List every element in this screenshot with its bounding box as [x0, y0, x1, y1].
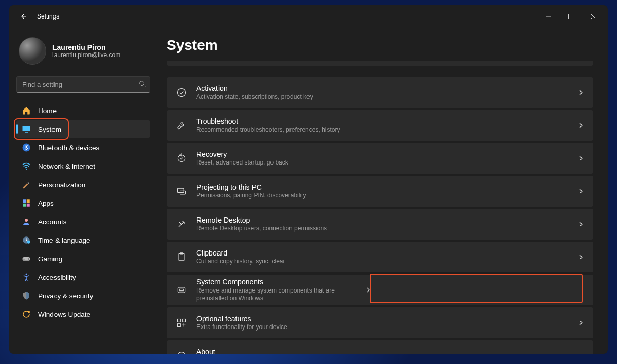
sidebar-item-bluetooth-devices[interactable]: Bluetooth & devices — [16, 139, 150, 156]
panel-title: Activation — [196, 84, 578, 93]
close-button[interactable] — [582, 9, 605, 24]
sidebar-item-privacy-security[interactable]: Privacy & security — [16, 287, 150, 304]
arrow-left-icon — [20, 12, 28, 21]
sidebar-item-network-internet[interactable]: Network & internet — [16, 157, 150, 175]
accessibility-icon — [22, 272, 31, 282]
chevron-right-icon — [578, 221, 584, 227]
panel-optional-features[interactable]: Optional featuresExtra functionality for… — [167, 307, 593, 338]
svg-point-10 — [25, 219, 28, 222]
app-title: Settings — [37, 13, 59, 20]
profile-block[interactable]: Laurentiu Piron laurentiu.piron@live.com — [16, 33, 150, 74]
panel-troubleshoot[interactable]: TroubleshootRecommended troubleshooters,… — [167, 110, 593, 141]
sidebar-item-personalization[interactable]: Personalization — [16, 176, 150, 193]
panel-title: Optional features — [196, 314, 578, 323]
features-icon — [176, 318, 187, 328]
nav-label: Apps — [38, 199, 54, 207]
shield-icon — [22, 291, 31, 300]
panel-remote-desktop[interactable]: Remote DesktopRemote Desktop users, conn… — [167, 209, 593, 240]
svg-rect-23 — [180, 289, 184, 290]
home-icon — [22, 106, 31, 115]
svg-rect-22 — [178, 287, 185, 293]
nav-label: System — [38, 125, 61, 133]
components-icon — [176, 285, 187, 295]
panel-title: Remote Desktop — [196, 215, 578, 225]
clock-icon — [22, 235, 31, 245]
svg-point-5 — [26, 169, 27, 170]
minimize-icon — [546, 14, 551, 19]
svg-point-16 — [26, 274, 27, 275]
recovery-icon — [176, 153, 187, 163]
chevron-right-icon — [578, 188, 584, 194]
wrench-icon — [176, 120, 187, 131]
sidebar-item-home[interactable]: Home — [16, 102, 150, 119]
apps-icon — [22, 198, 31, 208]
system-icon — [22, 124, 31, 134]
svg-rect-6 — [23, 199, 26, 203]
sidebar-item-system[interactable]: System — [16, 120, 150, 138]
svg-rect-8 — [23, 204, 26, 207]
panel-clipboard[interactable]: ClipboardCut and copy history, sync, cle… — [167, 242, 593, 272]
panel-desc: Activation state, subscriptions, product… — [196, 93, 578, 101]
svg-rect-9 — [27, 204, 30, 207]
sidebar-item-gaming[interactable]: Gaming — [16, 250, 150, 267]
panel-desc: Recommended troubleshooters, preferences… — [196, 126, 578, 134]
chevron-right-icon — [578, 320, 584, 326]
chevron-right-icon — [578, 254, 584, 260]
check-circle-icon — [176, 87, 187, 98]
svg-point-17 — [178, 89, 186, 97]
remote-icon — [176, 219, 187, 229]
profile-email: laurentiu.piron@live.com — [52, 51, 120, 59]
panel-activation[interactable]: ActivationActivation state, subscription… — [167, 77, 593, 108]
sidebar-item-accessibility[interactable]: Accessibility — [16, 268, 150, 286]
nav-label: Accessibility — [38, 274, 76, 281]
panel-title: About — [196, 347, 578, 354]
bluetooth-icon — [22, 143, 31, 152]
nav-label: Privacy & security — [38, 292, 93, 300]
panel-recovery[interactable]: RecoveryReset, advanced startup, go back — [167, 143, 593, 174]
svg-point-1 — [140, 81, 144, 86]
brush-icon — [22, 180, 31, 189]
svg-rect-2 — [23, 126, 30, 131]
sidebar-item-windows-update[interactable]: Windows Update — [16, 305, 150, 323]
panel-system-components[interactable]: System ComponentsRemove and manage syste… — [167, 275, 593, 305]
chevron-right-icon — [578, 353, 584, 354]
profile-name: Laurentiu Piron — [52, 43, 120, 51]
maximize-icon — [568, 14, 573, 19]
nav-label: Gaming — [38, 255, 62, 263]
main-content: System ActivationActivation state, subsc… — [157, 28, 608, 354]
panel-title: Recovery — [196, 150, 578, 159]
close-icon — [591, 14, 596, 19]
nav-label: Home — [38, 107, 57, 115]
project-icon — [176, 186, 187, 196]
svg-rect-0 — [569, 14, 573, 19]
update-icon — [22, 310, 31, 319]
svg-rect-18 — [178, 188, 184, 192]
titlebar: Settings — [9, 5, 608, 28]
clipboard-icon — [176, 252, 187, 262]
settings-window: Settings Laurentiu Piron laurentiu.piron… — [9, 5, 608, 354]
search-input[interactable] — [16, 76, 150, 93]
avatar — [19, 37, 46, 65]
back-button[interactable] — [14, 7, 33, 26]
minimize-button[interactable] — [537, 9, 559, 24]
info-icon — [176, 351, 187, 354]
wifi-icon — [22, 161, 31, 171]
nav-label: Time & language — [38, 236, 90, 244]
panel-projecting-to-this-pc[interactable]: Projecting to this PCPermissions, pairin… — [167, 176, 593, 207]
gamepad-icon — [22, 254, 31, 263]
sidebar-item-time-language[interactable]: Time & language — [16, 231, 150, 249]
sidebar-item-apps[interactable]: Apps — [16, 194, 150, 212]
svg-rect-25 — [183, 319, 186, 322]
nav-label: Windows Update — [38, 311, 90, 318]
svg-rect-7 — [27, 199, 30, 203]
panel-desc: Cut and copy history, sync, clear — [196, 258, 578, 266]
sidebar-item-accounts[interactable]: Accounts — [16, 213, 150, 230]
chevron-right-icon — [365, 287, 371, 293]
panel-about[interactable]: AboutDevice specifications, rename PC, W… — [167, 340, 593, 354]
panel-title: Troubleshoot — [196, 117, 578, 126]
panel-desc: Extra functionality for your device — [196, 323, 578, 332]
panel-desc: Remove and manage system components that… — [196, 287, 365, 303]
person-icon — [22, 217, 31, 226]
maximize-button[interactable] — [559, 9, 582, 24]
panel-partial-top — [167, 61, 593, 66]
